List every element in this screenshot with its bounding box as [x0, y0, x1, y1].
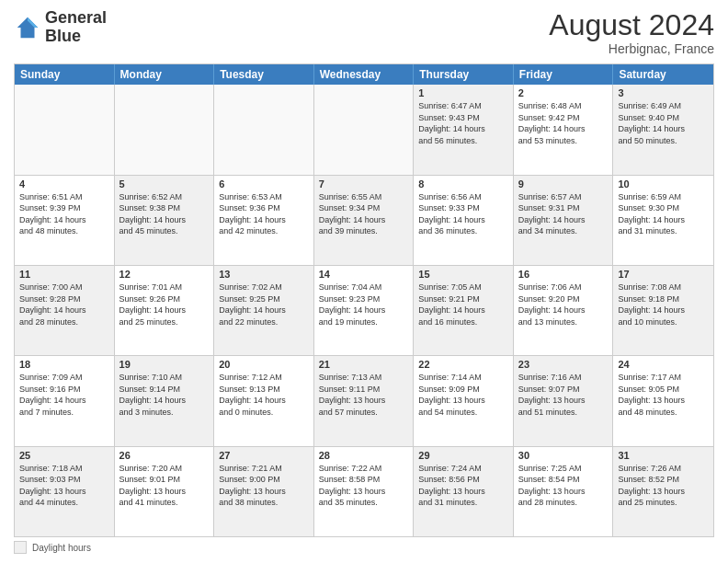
calendar-cell: 30Sunrise: 7:25 AM Sunset: 8:54 PM Dayli… — [514, 447, 614, 536]
day-number: 12 — [119, 269, 210, 280]
cell-text: Sunrise: 7:05 AM Sunset: 9:21 PM Dayligh… — [418, 282, 508, 327]
cell-text: Sunrise: 7:02 AM Sunset: 9:25 PM Dayligh… — [219, 282, 309, 327]
cell-text: Sunrise: 7:06 AM Sunset: 9:20 PM Dayligh… — [518, 282, 609, 327]
calendar-cell: 6Sunrise: 6:53 AM Sunset: 9:36 PM Daylig… — [214, 176, 314, 265]
calendar-cell: 17Sunrise: 7:08 AM Sunset: 9:18 PM Dayli… — [613, 266, 713, 355]
day-number: 23 — [518, 359, 609, 370]
calendar-cell: 31Sunrise: 7:26 AM Sunset: 8:52 PM Dayli… — [613, 447, 713, 536]
calendar-cell: 22Sunrise: 7:14 AM Sunset: 9:09 PM Dayli… — [414, 356, 514, 445]
calendar-cell: 11Sunrise: 7:00 AM Sunset: 9:28 PM Dayli… — [15, 266, 115, 355]
day-header-tuesday: Tuesday — [214, 64, 314, 85]
day-number: 1 — [418, 87, 508, 98]
day-number: 4 — [19, 178, 109, 190]
cell-text: Sunrise: 7:09 AM Sunset: 9:16 PM Dayligh… — [19, 372, 109, 418]
calendar-cell: 21Sunrise: 7:13 AM Sunset: 9:11 PM Dayli… — [314, 356, 415, 445]
cell-text: Sunrise: 6:56 AM Sunset: 9:33 PM Dayligh… — [418, 191, 508, 237]
legend-label: Daylight hours — [32, 543, 91, 553]
day-number: 26 — [119, 450, 210, 461]
day-header-thursday: Thursday — [414, 64, 514, 85]
cell-text: Sunrise: 7:10 AM Sunset: 9:14 PM Dayligh… — [119, 372, 210, 418]
calendar-cell: 16Sunrise: 7:06 AM Sunset: 9:20 PM Dayli… — [514, 266, 614, 355]
cell-text: Sunrise: 6:57 AM Sunset: 9:31 PM Dayligh… — [518, 191, 609, 237]
calendar-week-1: 1Sunrise: 6:47 AM Sunset: 9:43 PM Daylig… — [15, 85, 713, 174]
day-number: 30 — [518, 450, 609, 461]
title-block: August 2024 Herbignac, France — [549, 9, 714, 56]
day-number: 8 — [418, 178, 508, 190]
calendar-cell: 24Sunrise: 7:17 AM Sunset: 9:05 PM Dayli… — [613, 356, 713, 445]
logo-text: General Blue — [45, 9, 107, 46]
calendar-cell: 1Sunrise: 6:47 AM Sunset: 9:43 PM Daylig… — [414, 85, 514, 174]
cell-text: Sunrise: 6:52 AM Sunset: 9:38 PM Dayligh… — [119, 191, 210, 237]
cell-text: Sunrise: 7:08 AM Sunset: 9:18 PM Dayligh… — [618, 282, 709, 327]
calendar-cell: 18Sunrise: 7:09 AM Sunset: 9:16 PM Dayli… — [15, 356, 115, 445]
calendar-cell — [115, 85, 215, 174]
day-number: 10 — [618, 178, 709, 190]
calendar-header: SundayMondayTuesdayWednesdayThursdayFrid… — [15, 64, 713, 85]
cell-text: Sunrise: 7:25 AM Sunset: 8:54 PM Dayligh… — [518, 463, 609, 509]
calendar-cell — [314, 85, 415, 174]
day-number: 29 — [418, 450, 508, 461]
calendar-cell: 13Sunrise: 7:02 AM Sunset: 9:25 PM Dayli… — [214, 266, 314, 355]
calendar-cell: 5Sunrise: 6:52 AM Sunset: 9:38 PM Daylig… — [115, 176, 215, 265]
header: General Blue August 2024 Herbignac, Fran… — [14, 9, 714, 56]
calendar-cell: 7Sunrise: 6:55 AM Sunset: 9:34 PM Daylig… — [314, 176, 415, 265]
calendar-cell: 23Sunrise: 7:16 AM Sunset: 9:07 PM Dayli… — [514, 356, 614, 445]
calendar-cell — [15, 85, 115, 174]
calendar-week-5: 25Sunrise: 7:18 AM Sunset: 9:03 PM Dayli… — [15, 446, 713, 536]
day-number: 27 — [219, 450, 309, 461]
day-header-wednesday: Wednesday — [314, 64, 415, 85]
day-number: 28 — [319, 450, 409, 461]
cell-text: Sunrise: 6:48 AM Sunset: 9:42 PM Dayligh… — [518, 100, 609, 146]
cell-text: Sunrise: 6:59 AM Sunset: 9:30 PM Dayligh… — [618, 191, 709, 237]
day-number: 15 — [418, 269, 508, 280]
location: Herbignac, France — [549, 41, 714, 56]
calendar-body: 1Sunrise: 6:47 AM Sunset: 9:43 PM Daylig… — [15, 85, 713, 536]
cell-text: Sunrise: 7:13 AM Sunset: 9:11 PM Dayligh… — [319, 372, 409, 418]
cell-text: Sunrise: 7:14 AM Sunset: 9:09 PM Dayligh… — [418, 372, 508, 418]
calendar-cell: 25Sunrise: 7:18 AM Sunset: 9:03 PM Dayli… — [15, 447, 115, 536]
cell-text: Sunrise: 7:04 AM Sunset: 9:23 PM Dayligh… — [319, 282, 409, 327]
cell-text: Sunrise: 7:26 AM Sunset: 8:52 PM Dayligh… — [618, 463, 709, 509]
cell-text: Sunrise: 6:55 AM Sunset: 9:34 PM Dayligh… — [319, 191, 409, 237]
calendar-cell: 14Sunrise: 7:04 AM Sunset: 9:23 PM Dayli… — [314, 266, 415, 355]
calendar-cell: 26Sunrise: 7:20 AM Sunset: 9:01 PM Dayli… — [115, 447, 215, 536]
day-header-sunday: Sunday — [15, 64, 115, 85]
day-number: 13 — [219, 269, 309, 280]
calendar-cell: 10Sunrise: 6:59 AM Sunset: 9:30 PM Dayli… — [613, 176, 713, 265]
calendar-week-3: 11Sunrise: 7:00 AM Sunset: 9:28 PM Dayli… — [15, 265, 713, 355]
cell-text: Sunrise: 7:12 AM Sunset: 9:13 PM Dayligh… — [219, 372, 309, 418]
day-number: 21 — [319, 359, 409, 370]
day-header-friday: Friday — [514, 64, 614, 85]
day-number: 24 — [618, 359, 709, 370]
calendar-cell: 27Sunrise: 7:21 AM Sunset: 9:00 PM Dayli… — [214, 447, 314, 536]
day-number: 3 — [618, 87, 709, 98]
day-number: 14 — [319, 269, 409, 280]
month-year: August 2024 — [549, 9, 714, 41]
cell-text: Sunrise: 7:18 AM Sunset: 9:03 PM Dayligh… — [19, 463, 109, 509]
cell-text: Sunrise: 6:47 AM Sunset: 9:43 PM Dayligh… — [418, 100, 508, 146]
calendar-cell — [214, 85, 314, 174]
day-header-saturday: Saturday — [613, 64, 713, 85]
cell-text: Sunrise: 7:21 AM Sunset: 9:00 PM Dayligh… — [219, 463, 309, 509]
day-number: 6 — [219, 178, 309, 190]
legend-swatch — [14, 541, 27, 554]
calendar-cell: 29Sunrise: 7:24 AM Sunset: 8:56 PM Dayli… — [414, 447, 514, 536]
day-number: 19 — [119, 359, 210, 370]
day-number: 17 — [618, 269, 709, 280]
day-number: 20 — [219, 359, 309, 370]
calendar-week-2: 4Sunrise: 6:51 AM Sunset: 9:39 PM Daylig… — [15, 175, 713, 265]
calendar-cell: 15Sunrise: 7:05 AM Sunset: 9:21 PM Dayli… — [414, 266, 514, 355]
calendar-cell: 4Sunrise: 6:51 AM Sunset: 9:39 PM Daylig… — [15, 176, 115, 265]
calendar-cell: 8Sunrise: 6:56 AM Sunset: 9:33 PM Daylig… — [414, 176, 514, 265]
cell-text: Sunrise: 6:49 AM Sunset: 9:40 PM Dayligh… — [618, 100, 709, 146]
calendar-cell: 2Sunrise: 6:48 AM Sunset: 9:42 PM Daylig… — [514, 85, 614, 174]
day-number: 18 — [19, 359, 109, 370]
calendar-cell: 28Sunrise: 7:22 AM Sunset: 8:58 PM Dayli… — [314, 447, 415, 536]
cell-text: Sunrise: 6:51 AM Sunset: 9:39 PM Dayligh… — [19, 191, 109, 237]
calendar-cell: 20Sunrise: 7:12 AM Sunset: 9:13 PM Dayli… — [214, 356, 314, 445]
cell-text: Sunrise: 7:17 AM Sunset: 9:05 PM Dayligh… — [618, 372, 709, 418]
day-number: 25 — [19, 450, 109, 461]
cell-text: Sunrise: 7:16 AM Sunset: 9:07 PM Dayligh… — [518, 372, 609, 418]
day-header-monday: Monday — [115, 64, 215, 85]
calendar-cell: 3Sunrise: 6:49 AM Sunset: 9:40 PM Daylig… — [613, 85, 713, 174]
